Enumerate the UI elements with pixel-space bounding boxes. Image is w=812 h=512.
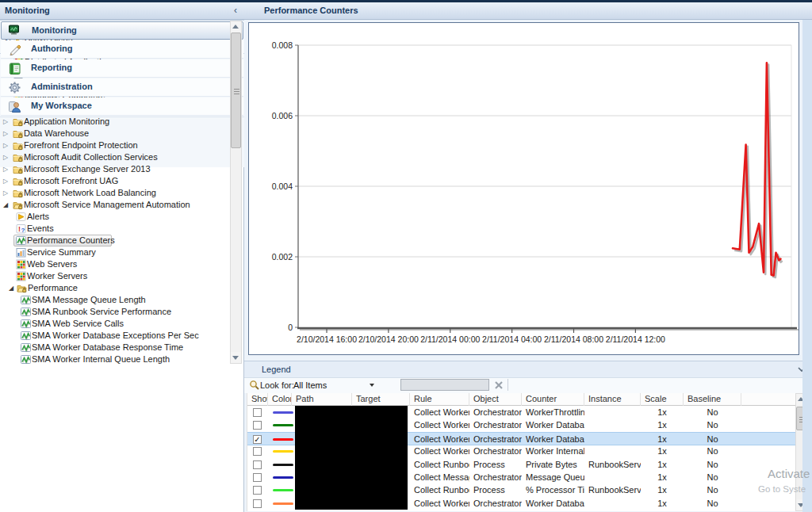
- activation-watermark-line2: Go to Syste: [758, 484, 806, 494]
- collapse-arrow-icon[interactable]: ◢: [3, 199, 8, 211]
- column-header-instance[interactable]: Instance: [584, 393, 641, 406]
- expand-arrow-icon[interactable]: ▷: [3, 151, 8, 163]
- cell-rule: Collect Worker T...: [410, 406, 469, 419]
- tree-item-sma-worker-database-exceptions-per-sec[interactable]: SMA Worker Database Exceptions Per Sec: [0, 330, 230, 342]
- tree-item-web-servers[interactable]: Web Servers: [0, 258, 230, 270]
- expand-arrow-icon[interactable]: ▷: [3, 139, 8, 151]
- collapse-arrow-icon[interactable]: ◢: [9, 282, 13, 294]
- column-header-rule[interactable]: Rule: [410, 393, 469, 406]
- scrollbar-thumb[interactable]: [231, 32, 241, 148]
- collapse-pane-icon[interactable]: ‹: [230, 4, 241, 17]
- tree-item-worker-servers[interactable]: Worker Servers: [0, 270, 230, 282]
- cell-instance: [584, 418, 641, 432]
- nav-button-reporting[interactable]: Reporting: [1, 59, 243, 78]
- monitoring-icon: [9, 25, 22, 38]
- tree-item-service-summary[interactable]: Service Summary: [0, 246, 230, 258]
- show-checkbox[interactable]: [253, 460, 262, 469]
- tree-item-events[interactable]: !?Events: [0, 223, 230, 235]
- chart-line-icon: [16, 235, 26, 246]
- svg-text:?: ?: [21, 227, 25, 234]
- clear-search-icon[interactable]: [493, 380, 504, 391]
- tree-item-alerts[interactable]: Alerts: [0, 211, 230, 223]
- folder-open-lock-icon: [13, 200, 23, 210]
- filter-dropdown[interactable]: All Items: [292, 379, 377, 392]
- show-checkbox[interactable]: [253, 421, 262, 430]
- column-header-object[interactable]: Object: [469, 393, 522, 406]
- administration-icon: [8, 81, 21, 94]
- expand-arrow-icon[interactable]: ▷: [3, 175, 8, 187]
- cell-instance: [584, 445, 641, 458]
- cell-baseline: No: [684, 406, 741, 419]
- column-header-scale[interactable]: Scale: [641, 393, 684, 406]
- cell-counter: Worker Internal ...: [522, 445, 584, 458]
- tree-item-sma-web-service-calls[interactable]: SMA Web Service Calls: [0, 318, 230, 330]
- color-swatch: [273, 502, 293, 505]
- svg-text:0: 0: [288, 323, 293, 332]
- tree-item-sma-worker-internal-queue-length[interactable]: SMA Worker Internal Queue Length: [0, 353, 230, 365]
- cell-rule: Collect Worker ...: [410, 497, 469, 510]
- tree-item-sma-message-queue-length[interactable]: SMA Message Queue Length: [0, 294, 230, 306]
- show-checkbox[interactable]: [253, 408, 262, 417]
- legend-title: Legend: [262, 365, 291, 374]
- column-header-path[interactable]: Path: [292, 393, 352, 406]
- tree-item-label: SMA Message Queue Length: [32, 294, 146, 306]
- expand-arrow-icon[interactable]: ▷: [3, 163, 8, 175]
- cell-scale: 1x: [641, 458, 684, 472]
- look-for-label: Look for:: [260, 380, 294, 390]
- tree-item-microsoft-audit-collection-services[interactable]: ▷Microsoft Audit Collection Services: [0, 151, 230, 163]
- show-checkbox[interactable]: [253, 499, 262, 508]
- show-checkbox[interactable]: ✓: [253, 435, 262, 444]
- cell-baseline: No: [684, 445, 741, 458]
- tree-item-performance-counters[interactable]: Performance Counters: [0, 235, 230, 246]
- folder-lock-icon: [13, 188, 23, 198]
- tree-item-forefront-endpoint-protection[interactable]: ▷Forefront Endpoint Protection: [0, 139, 230, 151]
- svg-text:2/11/2014 00:00: 2/11/2014 00:00: [420, 334, 480, 344]
- table-header-row: ShowColorPathTargetRuleObjectCounterInst…: [247, 393, 796, 406]
- show-checkbox[interactable]: [253, 486, 262, 495]
- nav-button-authoring[interactable]: Authoring: [1, 40, 243, 59]
- tree-item-microsoft-service-management-automation[interactable]: ◢Microsoft Service Management Automation: [0, 199, 230, 211]
- scroll-down-button[interactable]: [231, 352, 241, 363]
- legend-search-row: Look for: All Items: [244, 378, 802, 393]
- chart-line-icon: [21, 354, 31, 365]
- tree-item-sma-worker-database-response-time[interactable]: SMA Worker Database Response Time: [0, 342, 230, 353]
- column-header-counter[interactable]: Counter: [522, 393, 584, 406]
- chart-line-icon: [16, 235, 26, 246]
- tree-item-microsoft-exchange-server-2013[interactable]: ▷Microsoft Exchange Server 2013: [0, 163, 230, 175]
- show-checkbox[interactable]: [253, 473, 262, 482]
- column-header-target[interactable]: Target: [352, 393, 410, 406]
- column-header-empty[interactable]: [741, 393, 796, 406]
- chart-line-icon: [21, 307, 31, 317]
- legend-search-input[interactable]: [400, 379, 489, 391]
- tree-item-microsoft-network-load-balancing[interactable]: ▷Microsoft Network Load Balancing: [0, 187, 230, 199]
- folder-lock-icon: [13, 152, 23, 162]
- service-summary-icon: [16, 247, 26, 258]
- nav-footer: ▾: [0, 117, 244, 134]
- nav-button-label: Authoring: [31, 44, 73, 53]
- cell-instance: RunbookService: [584, 458, 641, 472]
- tree-item-microsoft-forefront-uag[interactable]: ▷Microsoft Forefront UAG: [0, 175, 230, 187]
- column-header-color[interactable]: Color: [268, 393, 292, 406]
- tree-item-label: Web Servers: [27, 258, 77, 270]
- column-header-show[interactable]: Show: [247, 393, 268, 406]
- scroll-up-button[interactable]: [231, 21, 241, 32]
- color-swatch: [273, 464, 293, 466]
- tree-item-performance[interactable]: ◢Performance: [0, 282, 230, 294]
- nav-pane-title: Monitoring: [5, 2, 50, 19]
- color-swatch: [273, 450, 293, 453]
- tree-item-label: Microsoft Audit Collection Services: [24, 151, 158, 163]
- column-header-baseline[interactable]: Baseline: [684, 393, 741, 406]
- color-swatch: [273, 438, 293, 441]
- tree-item-sma-runbook-service-performance[interactable]: SMA Runbook Service Performance: [0, 306, 230, 318]
- nav-button-my-workspace[interactable]: My Workspace: [1, 97, 243, 116]
- redacted-path-target-area: [295, 406, 408, 510]
- administration-icon: [8, 81, 21, 94]
- tree-scrollbar[interactable]: [230, 21, 242, 364]
- nav-button-monitoring[interactable]: Monitoring: [1, 21, 243, 40]
- chart-line-icon: [21, 307, 31, 317]
- expand-arrow-icon[interactable]: ▷: [3, 187, 8, 199]
- show-checkbox[interactable]: [253, 447, 262, 456]
- nav-button-label: My Workspace: [31, 101, 92, 110]
- nav-button-administration[interactable]: Administration: [1, 78, 243, 97]
- workspace-icon: [8, 100, 21, 113]
